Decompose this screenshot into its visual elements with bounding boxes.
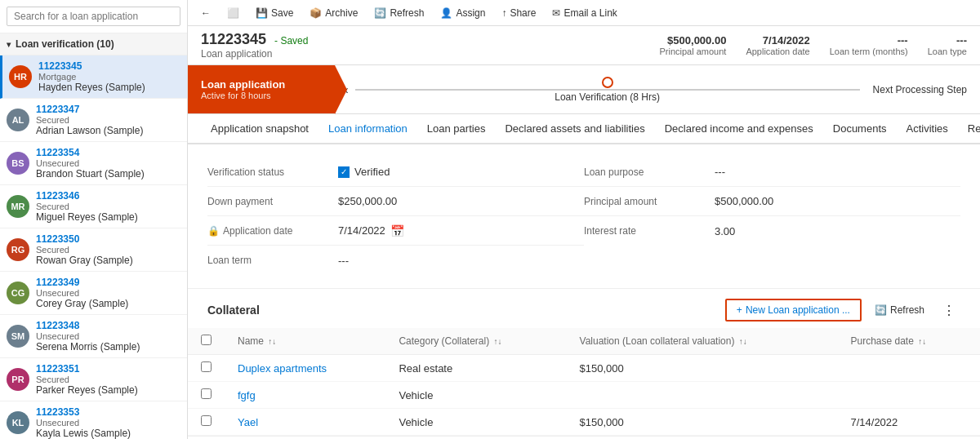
purchase-date-column-header[interactable]: Purchase date ↑↓	[837, 328, 980, 355]
search-bar[interactable]	[0, 0, 187, 33]
field-label: Interest rate	[584, 225, 715, 237]
tabs: Application snapshotLoan informationLoan…	[188, 114, 980, 144]
row-checkbox[interactable]	[201, 388, 212, 399]
loan-list-item[interactable]: BS 11223354 Unsecured Brandon Stuart (Sa…	[0, 142, 187, 185]
field-value-cell: $500,000.00	[715, 195, 773, 207]
tab-declared-income-and-expenses[interactable]: Declared income and expenses	[655, 114, 823, 144]
avatar: HR	[9, 65, 32, 88]
archive-icon: 📦	[310, 7, 322, 19]
collateral-link[interactable]: Yael	[238, 416, 258, 428]
table-header: Name ↑↓ Category (Collateral) ↑↓ Valuati…	[188, 328, 980, 355]
table-row: Duplex apartments Real estate $150,000	[188, 355, 980, 382]
record-type: Loan application	[201, 48, 308, 60]
field-value: $250,000.00	[338, 195, 397, 207]
record-title: 11223345 - Saved	[201, 31, 308, 48]
search-input[interactable]	[7, 7, 180, 26]
archive-button[interactable]: 📦 Archive	[306, 6, 361, 20]
refresh-icon: 🔄	[875, 304, 887, 316]
save-button[interactable]: 💾 Save	[252, 6, 296, 20]
field-value-cell: $250,000.00	[338, 195, 397, 207]
field-value: $500,000.00	[715, 195, 773, 207]
loan-id: 11223345	[38, 60, 180, 72]
loan-type: Secured	[36, 245, 180, 255]
content-area: Verification status ✓ Verified Down paym…	[188, 144, 980, 439]
category-column-header[interactable]: Category (Collateral) ↑↓	[385, 328, 566, 355]
save-icon: 💾	[256, 7, 268, 19]
loan-verification-header[interactable]: ▾ Loan verification (10)	[0, 33, 187, 55]
loan-id: 11223354	[36, 147, 180, 158]
collateral-link[interactable]: Duplex apartments	[238, 362, 327, 375]
tab-related[interactable]: Related	[958, 114, 980, 144]
share-button[interactable]: ↑ Share	[498, 6, 539, 20]
restore-button[interactable]: ⬜	[224, 6, 243, 20]
stage-active-sub: Active for 8 hours	[201, 91, 322, 100]
loan-info: 11223350 Secured Rowan Gray (Sample)	[36, 233, 180, 266]
row-name-cell[interactable]: fgfg	[225, 382, 385, 409]
loan-list-item[interactable]: CG 11223349 Unsecured Corey Gray (Sample…	[0, 272, 187, 315]
loan-list-item[interactable]: PR 11223351 Secured Parker Reyes (Sample…	[0, 358, 187, 401]
field-value: ---	[715, 166, 725, 178]
new-loan-application-button[interactable]: + New Loan application ...	[725, 299, 862, 321]
table-row: Yael Vehicle $150,000 7/14/2022	[188, 409, 980, 436]
tab-loan-parties[interactable]: Loan parties	[417, 114, 496, 144]
loan-name: Kayla Lewis (Sample)	[36, 428, 180, 439]
loan-list-item[interactable]: RG 11223350 Secured Rowan Gray (Sample)	[0, 228, 187, 272]
tab-documents[interactable]: Documents	[823, 114, 897, 144]
checkbox-verified[interactable]: ✓	[338, 166, 350, 178]
row-checkbox-cell[interactable]	[188, 409, 225, 436]
stage-current-label: Loan Verification (8 Hrs)	[555, 91, 660, 103]
loan-list-item[interactable]: AL 11223347 Secured Adrian Lawson (Sampl…	[0, 99, 187, 142]
row-name-cell[interactable]: Yael	[225, 409, 385, 436]
collateral-link[interactable]: fgfg	[238, 389, 256, 401]
record-header: 11223345 - Saved Loan application $500,0…	[188, 26, 980, 65]
row-checkbox[interactable]	[201, 415, 212, 426]
loan-info: 11223353 Unsecured Kayla Lewis (Sample)	[36, 406, 180, 439]
field-label: Down payment	[207, 196, 338, 207]
tab-loan-information[interactable]: Loan information	[318, 114, 417, 144]
assign-button[interactable]: 👤 Assign	[437, 6, 488, 20]
row-checkbox-cell[interactable]	[188, 355, 225, 382]
back-button[interactable]: ←	[198, 6, 214, 20]
field-value-cell: 3.00	[715, 225, 735, 237]
field-value-cell: ---	[338, 255, 349, 267]
loan-list-item[interactable]: KL 11223353 Unsecured Kayla Lewis (Sampl…	[0, 401, 187, 439]
share-icon: ↑	[501, 7, 506, 19]
loan-list-item[interactable]: MR 11223346 Secured Miguel Reyes (Sample…	[0, 185, 187, 228]
stage-active-title: Loan application	[201, 78, 322, 91]
form-row: 🔒 Application date 7/14/2022 📅	[207, 216, 584, 246]
tab-activities[interactable]: Activities	[897, 114, 958, 144]
tab-declared-assets-and-liabilities[interactable]: Declared assets and liabilities	[495, 114, 654, 144]
select-all-checkbox[interactable]	[201, 335, 212, 345]
record-id: 11223345	[201, 31, 266, 48]
purchase-date-sort-icon: ↑↓	[918, 337, 926, 346]
tab-application-snapshot[interactable]: Application snapshot	[201, 114, 318, 144]
valuation-column-header[interactable]: Valuation (Loan collateral valuation) ↑↓	[567, 328, 838, 355]
name-column-header[interactable]: Name ↑↓	[225, 328, 385, 355]
loan-type: Mortgage	[38, 72, 180, 82]
email-link-button[interactable]: ✉ Email a Link	[549, 6, 620, 20]
loan-name: Parker Reyes (Sample)	[36, 384, 180, 396]
loan-info: 11223354 Unsecured Brandon Stuart (Sampl…	[36, 147, 180, 180]
row-purchase-date-cell	[837, 382, 980, 409]
loan-list-item[interactable]: HR 11223345 Mortgage Hayden Reyes (Sampl…	[0, 55, 187, 99]
field-value-cell: ✓ Verified	[338, 166, 390, 178]
row-checkbox[interactable]	[201, 361, 212, 372]
back-icon: ←	[201, 7, 211, 19]
loan-type: Unsecured	[36, 288, 180, 298]
collateral-refresh-button[interactable]: 🔄 Refresh	[868, 300, 931, 320]
row-checkbox-cell[interactable]	[188, 382, 225, 409]
loan-info: 11223351 Secured Parker Reyes (Sample)	[36, 363, 180, 396]
avatar: MR	[7, 195, 29, 218]
row-name-cell[interactable]: Duplex apartments	[225, 355, 385, 382]
loan-list-item[interactable]: SM 11223348 Unsecured Serena Morris (Sam…	[0, 315, 187, 358]
field-label: Principal amount	[584, 196, 715, 207]
loan-name: Corey Gray (Sample)	[36, 298, 180, 309]
calendar-icon[interactable]: 📅	[390, 224, 404, 237]
stage-active: Loan application Active for 8 hours	[188, 65, 335, 113]
application-date-meta: 7/14/2022 Application date	[746, 34, 809, 56]
loan-name: Brandon Stuart (Sample)	[36, 168, 180, 180]
refresh-button[interactable]: 🔄 Refresh	[371, 6, 427, 20]
form-row: Down payment $250,000.00	[207, 187, 584, 216]
more-options-button[interactable]: ⋮	[938, 299, 960, 321]
left-fields: Verification status ✓ Verified Down paym…	[207, 157, 584, 275]
